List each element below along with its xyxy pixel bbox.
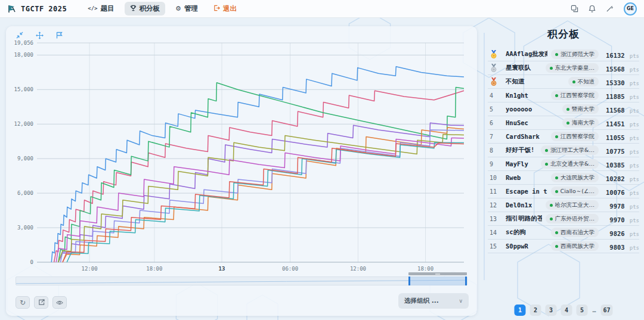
pagination-page-2[interactable]: 2 [530, 305, 541, 316]
points-value: 10076 [606, 189, 625, 196]
table-row[interactable]: 14 sc的狗 西南石油大学 9826 pts [488, 226, 639, 240]
org-badge: Ciallo～(∠… [551, 187, 599, 196]
points-suffix: pts [630, 53, 639, 59]
rank-cell: 6 [488, 120, 502, 126]
rank-cell: 9 [488, 161, 502, 167]
nav-item-scoreboard[interactable]: 积分板 [125, 2, 166, 15]
pagination-page-3[interactable]: 3 [545, 305, 556, 316]
chart-action-buttons: ↻ [16, 296, 67, 309]
visibility-button[interactable] [52, 296, 67, 309]
online-status-dot [550, 204, 553, 207]
pan-move-icon[interactable] [36, 32, 44, 39]
series-line-MayFly [67, 142, 464, 262]
app-title: TGCTF 2025 [21, 5, 67, 13]
online-status-dot [566, 108, 569, 111]
scoreboard-rows: AAAflag批发商 浙江师范大学 16132 pts 星寰联队 东北大学秦皇…… [488, 48, 639, 253]
points-suffix: pts [630, 218, 639, 223]
minimap-drag-handle[interactable] [408, 272, 467, 275]
table-row[interactable]: 不知道 不知道 15330 pts [488, 75, 639, 89]
organization-switch-icon[interactable] [571, 5, 578, 13]
points-suffix: pts [630, 231, 639, 237]
org-name: 大连民族大学 [561, 174, 595, 182]
table-row[interactable]: 11 Escape in the sun Ciallo～(∠… 10076 pt… [488, 185, 639, 198]
table-row[interactable]: 10 Rweb 大连民族大学 10282 pts [488, 171, 639, 185]
points-cell: 9803 pts [602, 241, 639, 252]
app-logo-icon [7, 4, 17, 14]
nav-item-logout[interactable]: 退出 [208, 2, 242, 15]
points-suffix: pts [630, 245, 639, 251]
points-suffix: pts [630, 163, 639, 169]
points-value: 11885 [606, 93, 625, 100]
points-suffix: pts [630, 135, 639, 141]
pagination-ellipsis: … [592, 305, 596, 316]
org-name: 广东外语外贸… [555, 215, 595, 223]
rank-cell: 8 [488, 147, 502, 154]
org-badge: 西南民族大学 [551, 241, 599, 251]
series-line-不知道 [58, 83, 464, 262]
organization-select[interactable]: 选择组织 ... ∨ [398, 293, 469, 309]
series-line-CardShark [58, 135, 464, 262]
org-name: 东北大学秦皇… [555, 64, 595, 72]
online-status-dot [550, 218, 553, 220]
export-icon [38, 299, 45, 306]
theme-wand-icon[interactable] [606, 5, 614, 13]
table-row[interactable]: 6 HnuSec 海南大学 11451 pts [488, 116, 639, 130]
scoreboard-title: 积分板 [488, 27, 639, 41]
points-value: 15330 [606, 79, 625, 86]
points-value: 16132 [606, 52, 625, 59]
refresh-button[interactable]: ↻ [16, 296, 30, 309]
user-avatar[interactable]: GE [624, 2, 637, 15]
table-row[interactable]: AAAflag批发商 浙江师范大学 16132 pts [488, 48, 639, 61]
points-cell: 10282 pts [602, 172, 639, 184]
points-cell: 16132 pts [602, 49, 639, 60]
pagination-page-4[interactable]: 4 [561, 305, 572, 316]
table-row[interactable]: 7 CardShark 江西警察学院 11055 pts [488, 130, 639, 144]
eye-icon [56, 300, 63, 306]
table-row[interactable]: 9 MayFly 北京交通大学&… 10385 pts [488, 157, 639, 171]
rank-cell: 10 [488, 175, 502, 181]
team-name: HnuSec [506, 119, 559, 126]
pagination-page-1[interactable]: 1 [514, 305, 525, 316]
table-row[interactable]: 13 指引明路的苍蓝星 广东外语外贸… 9970 pts [488, 212, 639, 226]
points-cell: 10775 pts [602, 145, 639, 156]
series-line-星寰联队 [54, 91, 464, 262]
pagination-page-67[interactable]: 67 [600, 305, 612, 316]
table-row[interactable]: 星寰联队 东北大学秦皇… 15568 pts [488, 61, 639, 75]
table-row[interactable]: 5 yoooooo 暨南大学 11568 pts [488, 102, 639, 116]
series-line-HnuSec [60, 130, 464, 262]
team-name: yoooooo [506, 105, 559, 113]
nav-item-admin[interactable]: ⚙ 管理 [170, 2, 203, 15]
collapse-icon[interactable] [16, 32, 23, 39]
online-status-dot [555, 245, 558, 248]
org-name: 江西警察学院 [561, 92, 595, 100]
org-name: 哈尔滨工业大… [555, 201, 595, 209]
points-cell: 11568 pts [602, 104, 639, 115]
brand[interactable]: TGCTF 2025 [7, 4, 67, 14]
table-row[interactable]: 8 好好干饭! 浙江理工大学&… 10775 pts [488, 144, 639, 157]
points-cell: 10076 pts [602, 186, 639, 197]
timeline-minimap[interactable] [16, 276, 467, 285]
rank-cell: 4 [488, 92, 502, 99]
flag-icon[interactable] [56, 32, 63, 39]
online-status-dot [555, 231, 558, 234]
points-cell: 10385 pts [602, 159, 639, 170]
table-row[interactable]: 4 Kn1ght 江西警察学院 11885 pts [488, 89, 639, 102]
export-button[interactable] [34, 296, 48, 309]
points-value: 9826 [609, 230, 624, 237]
y-axis-tick-label: 15,000 [14, 86, 33, 92]
nav-item-label: 积分板 [140, 4, 160, 13]
nav-item-challenges[interactable]: </> 题目 [82, 2, 119, 15]
org-badge: 西南石油大学 [551, 228, 599, 237]
series-line-Kn1ght [58, 123, 464, 262]
score-chart[interactable]: 03,0006,0009,00012,00015,00018,00019,056… [11, 38, 469, 274]
pagination-page-5[interactable]: 5 [576, 305, 587, 316]
minimap-selection[interactable] [408, 276, 467, 285]
points-value: 11055 [606, 134, 625, 141]
team-name: sc的狗 [506, 228, 547, 237]
table-row[interactable]: 12 Del0n1x 哈尔滨工业大… 9978 pts [488, 198, 639, 212]
y-axis-tick-label: 0 [30, 259, 33, 265]
table-row[interactable]: 15 S0ppwR 西南民族大学 9803 pts [488, 240, 639, 253]
chevron-down-icon: ∨ [459, 300, 463, 303]
notifications-bell-icon[interactable] [589, 5, 596, 13]
rank-cell [488, 77, 502, 86]
